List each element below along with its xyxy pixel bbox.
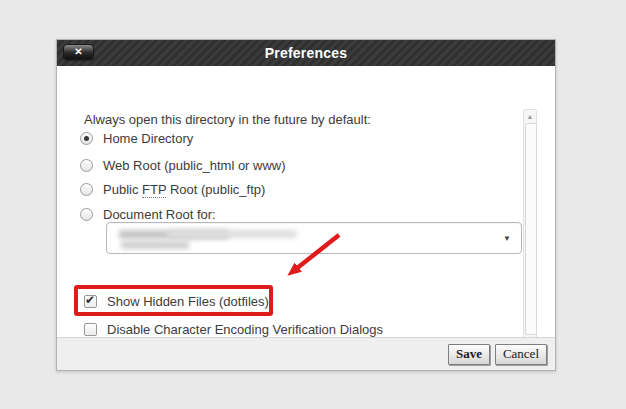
default-directory-heading: Always open this directory in the future… <box>84 112 371 127</box>
radio-document-root[interactable]: Document Root for: <box>80 207 216 221</box>
scroll-up-icon[interactable]: ▲ <box>524 113 536 120</box>
dialog-body: Always open this directory in the future… <box>57 66 555 339</box>
radio-button[interactable] <box>80 208 93 221</box>
close-icon: ✕ <box>74 46 82 57</box>
radio-label: Home Directory <box>103 131 193 146</box>
scrollbar-thumb[interactable] <box>525 123 537 335</box>
dialog-titlebar: ✕ Preferences <box>57 40 555 66</box>
radio-button[interactable] <box>80 159 93 172</box>
radio-label: Web Root (public_html or www) <box>103 158 286 173</box>
page-background: ✕ Preferences Always open this directory… <box>0 0 626 409</box>
chevron-down-icon: ▼ <box>503 234 511 243</box>
checkbox-disable-encoding-dialogs[interactable]: Disable Character Encoding Verification … <box>84 322 383 336</box>
document-root-select[interactable]: ▼ <box>106 222 522 254</box>
redacted-select-value <box>167 230 297 238</box>
checkbox-label: Disable Character Encoding Verification … <box>107 322 383 337</box>
preferences-dialog: ✕ Preferences Always open this directory… <box>56 39 556 371</box>
save-button[interactable]: Save <box>448 344 490 365</box>
radio-label: Public FTP Root (public_ftp) <box>103 182 265 197</box>
checkbox-label: Show Hidden Files (dotfiles) <box>107 294 269 309</box>
ftp-abbreviation: FTP <box>142 182 166 198</box>
checkbox-checked[interactable]: ✔ <box>84 295 97 308</box>
checkbox-show-hidden-files[interactable]: ✔ Show Hidden Files (dotfiles) <box>84 294 269 308</box>
check-icon: ✔ <box>85 293 95 307</box>
redacted-select-value <box>121 241 189 249</box>
label-part: Public <box>103 182 142 197</box>
vertical-scrollbar[interactable]: ▲ ▼ <box>523 109 537 349</box>
radio-button[interactable] <box>80 183 93 196</box>
label-part: Root (public_ftp) <box>166 182 265 197</box>
radio-web-root[interactable]: Web Root (public_html or www) <box>80 158 286 172</box>
radio-home-directory[interactable]: Home Directory <box>80 131 193 145</box>
close-button[interactable]: ✕ <box>63 44 94 60</box>
radio-button-selected[interactable] <box>80 132 93 145</box>
radio-public-ftp-root[interactable]: Public FTP Root (public_ftp) <box>80 182 265 196</box>
cancel-button[interactable]: Cancel <box>495 344 547 365</box>
dialog-title: Preferences <box>57 40 555 66</box>
checkbox-unchecked[interactable] <box>84 323 97 336</box>
dialog-footer: Save Cancel <box>57 337 555 370</box>
radio-label: Document Root for: <box>103 207 216 222</box>
